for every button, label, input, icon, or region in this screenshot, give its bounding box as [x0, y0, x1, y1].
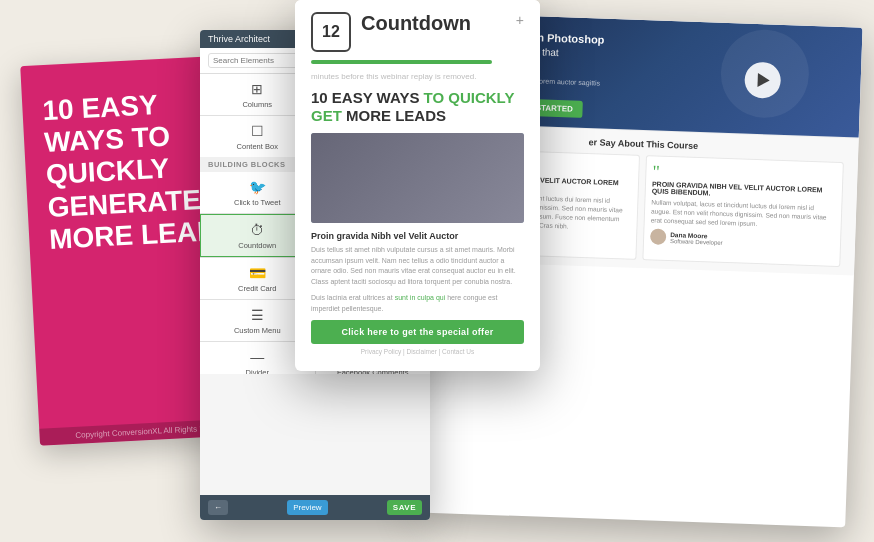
popup-body-text: Duis tellus sit amet nibh vulputate curs…	[311, 245, 524, 287]
save-button[interactable]: SAVE	[387, 500, 422, 515]
popup-countdown-icon: 12	[311, 12, 351, 52]
popup-cta-button[interactable]: Click here to get the special offer	[311, 320, 524, 344]
popup-header: 12 Countdown +	[295, 0, 540, 60]
author-info-2: Dana Moore Software Developer	[670, 231, 723, 246]
popup-countdown-card: 12 Countdown + minutes before this webin…	[295, 0, 540, 371]
credit-card-label: Credit Card	[238, 284, 276, 293]
popup-footer: Privacy Policy | Disclaimer | Contact Us	[311, 344, 524, 357]
author-avatar-2	[650, 229, 667, 246]
video-overlay	[311, 133, 524, 223]
countdown-label: Countdown	[238, 241, 276, 250]
popup-progress-bar	[311, 60, 492, 64]
popup-headline-part1: 10 EASY WAYS	[311, 89, 424, 106]
columns-label: Columns	[242, 100, 272, 109]
popup-link[interactable]: sunt in culpa qui	[395, 294, 446, 301]
preview-button[interactable]: Preview	[287, 500, 327, 515]
popup-title-area: Countdown	[361, 12, 506, 35]
builder-bottom-bar: ← Preview SAVE	[200, 495, 430, 520]
popup-note: minutes before this webinar replay is re…	[311, 72, 524, 81]
popup-headline-part3: MORE LEADS	[342, 107, 446, 124]
countdown-icon: ⏱	[244, 221, 270, 239]
content-box-icon: ☐	[244, 122, 270, 140]
columns-icon: ⊞	[244, 80, 270, 98]
author-role-2: Software Developer	[670, 238, 723, 246]
popup-title: Countdown	[361, 12, 506, 35]
testimonial-text-2: Nullam volutpat, lacus et tincidunt luct…	[651, 197, 836, 231]
credit-card-icon: 💳	[244, 264, 270, 282]
back-button[interactable]: ←	[208, 500, 228, 515]
popup-subheadline: Proin gravida Nibh vel Velit Auctor	[311, 231, 524, 241]
click-to-tweet-icon: 🐦	[244, 178, 270, 196]
testimonial-card-2: " PROIN GRAVIDA NIBH VEL VELIT AUCTOR LO…	[642, 155, 844, 267]
right-hero-play-button[interactable]	[744, 62, 781, 99]
divider-icon: —	[244, 348, 270, 366]
content-box-label: Content Box	[237, 142, 278, 151]
popup-video-area	[311, 133, 524, 223]
divider-label: Divider	[246, 368, 269, 374]
popup-drag-handle[interactable]: +	[516, 12, 524, 28]
custom-menu-icon: ☰	[244, 306, 270, 324]
popup-content: minutes before this webinar replay is re…	[295, 60, 540, 371]
testimonial-author-2: Dana Moore Software Developer	[650, 229, 834, 251]
custom-menu-label: Custom Menu	[234, 326, 281, 335]
click-to-tweet-label: Click to Tweet	[234, 198, 281, 207]
popup-lp-headline: 10 EASY WAYS TO QUICKLYGET MORE LEADS	[311, 89, 524, 125]
popup-body-text-2: Duis lacinia erat ultrices at sunt in cu…	[311, 293, 524, 314]
toolbar-label: Thrive Architect	[208, 34, 270, 44]
